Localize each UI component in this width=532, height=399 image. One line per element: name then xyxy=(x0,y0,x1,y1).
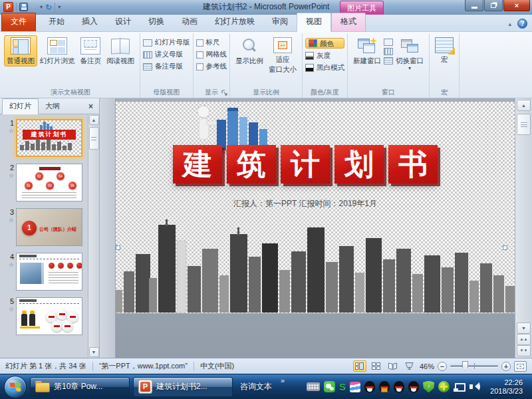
black-white-button[interactable]: 黑白模式 xyxy=(305,63,344,72)
macros-button[interactable]: 宏 xyxy=(432,35,456,65)
restore-button[interactable] xyxy=(484,0,503,11)
tab-outline[interactable]: 大纲 xyxy=(39,99,66,114)
notes-master-button[interactable]: 备注母版 xyxy=(143,62,190,71)
sogou-icon[interactable]: S xyxy=(339,381,346,392)
redo-icon[interactable]: ↻ xyxy=(45,3,52,11)
normal-view-button[interactable]: 普通视图 xyxy=(4,35,37,66)
show-dialog-launcher-icon[interactable] xyxy=(221,90,228,96)
selection-handle-left[interactable] xyxy=(116,245,120,250)
scrollbar-thumb[interactable] xyxy=(517,114,531,135)
slide-sorter-button[interactable]: 幻灯片浏览 xyxy=(37,35,78,66)
antivirus-ball-icon[interactable] xyxy=(438,381,450,392)
thumbnails-scrollbar[interactable]: ▲ ▼ xyxy=(88,114,99,358)
scroll-down-icon[interactable]: ▼ xyxy=(89,347,99,357)
speaker-icon[interactable] xyxy=(469,382,480,392)
wechat-icon[interactable] xyxy=(324,381,335,392)
qq-icon[interactable] xyxy=(408,381,419,392)
qat-customize-icon[interactable]: ▾ xyxy=(58,4,61,10)
zoom-in-button[interactable]: + xyxy=(501,362,511,371)
cascade-windows-icon[interactable] xyxy=(384,39,393,46)
new-window-button[interactable]: 新建窗口 xyxy=(350,35,384,66)
slideshow-view-button[interactable] xyxy=(403,360,416,372)
taskbar-item-powerpoint[interactable]: P 建筑计划书2... xyxy=(133,377,233,397)
slide-thumbnail-4[interactable]: 4 ☆ xyxy=(0,253,86,291)
taskbar-item-folder[interactable]: 第10章 Pow... xyxy=(30,377,130,397)
guides-checkbox-row[interactable]: 参考线 xyxy=(196,62,227,71)
switch-windows-button[interactable]: 切换窗口 ▾ xyxy=(393,35,426,72)
qq-icon[interactable] xyxy=(364,381,375,392)
ruler-checkbox-row[interactable]: 标尺 xyxy=(196,38,227,47)
tab-review[interactable]: 审阅 xyxy=(263,13,297,31)
help-icon[interactable]: ? xyxy=(517,19,527,29)
slide-master-button[interactable]: 幻灯片母版 xyxy=(143,38,190,47)
slide-thumbnail-1[interactable]: 1 ☆ 建筑计划书 xyxy=(0,119,86,157)
slide-thumbnail-2[interactable]: 2 ☆ 01 02 03 04 06 xyxy=(0,164,86,201)
tab-animations[interactable]: 动画 xyxy=(173,13,206,31)
scroll-up-icon[interactable]: ▲ xyxy=(89,115,99,125)
zoom-level[interactable]: 46% xyxy=(420,362,434,370)
slide-subtitle[interactable]: 汇报人：第一PPT 汇报时间：2019年1月 xyxy=(173,198,438,209)
tab-slideshow[interactable]: 幻灯片放映 xyxy=(206,13,263,31)
color-button[interactable]: 颜色 xyxy=(305,38,344,49)
input-keyboard-icon[interactable] xyxy=(307,382,320,391)
gridlines-checkbox-row[interactable]: 网格线 xyxy=(196,50,227,59)
city-skyline-image[interactable] xyxy=(116,219,515,358)
pane-splitter[interactable] xyxy=(100,98,116,358)
tab-view[interactable]: 视图 xyxy=(297,13,331,32)
language-status[interactable]: 中文(中国) xyxy=(200,361,234,371)
taskbar-item-text[interactable]: 咨询文本 xyxy=(236,381,276,392)
tab-transitions[interactable]: 切换 xyxy=(140,13,173,31)
arrange-all-icon[interactable] xyxy=(384,48,393,55)
notes-page-button[interactable]: 备注页 xyxy=(78,35,104,66)
save-icon[interactable] xyxy=(19,3,28,11)
scroll-down-icon[interactable]: ▼ xyxy=(517,323,531,334)
close-button[interactable]: × xyxy=(503,0,530,11)
tab-home[interactable]: 开始 xyxy=(40,13,73,31)
slide-thumbnail-3[interactable]: 3 ☆ 1 公司（团队）介绍 xyxy=(0,208,86,246)
start-button[interactable] xyxy=(4,376,27,398)
previous-slide-button[interactable]: ▲▲ xyxy=(517,334,531,345)
slide-title[interactable]: 建 筑 计 划 书 xyxy=(173,145,438,184)
undo-dropdown-icon[interactable]: ▾ xyxy=(40,4,43,10)
tab-design[interactable]: 设计 xyxy=(106,13,140,31)
zoom-slider[interactable] xyxy=(450,365,498,367)
reading-view-button[interactable]: 阅读视图 xyxy=(104,35,137,66)
move-split-icon[interactable] xyxy=(384,57,393,65)
taskbar-clock[interactable]: 22:26 2018/3/23 xyxy=(483,378,528,396)
tab-slides[interactable]: 幻灯片 xyxy=(2,98,39,114)
grayscale-button[interactable]: 灰度 xyxy=(305,51,344,61)
tray-overflow-chevron-icon[interactable]: » xyxy=(281,376,285,384)
slide-thumbnail-5[interactable]: 5 ☆ xyxy=(0,297,86,335)
zoom-out-button[interactable]: − xyxy=(438,362,447,371)
qq-briefcase-icon[interactable] xyxy=(379,381,390,392)
editor-scrollbar[interactable]: ▲ ▼ ▲▲ ▼▼ xyxy=(515,98,532,358)
close-pane-icon[interactable]: × xyxy=(84,100,97,114)
tab-file[interactable]: 文件 xyxy=(1,13,36,31)
slide-sorter-view-button[interactable] xyxy=(370,360,383,372)
scrollbar-thumb[interactable] xyxy=(89,127,99,150)
scroll-up-icon[interactable]: ▲ xyxy=(517,100,531,111)
tab-format[interactable]: 格式 xyxy=(331,13,366,31)
next-slide-button[interactable]: ▼▼ xyxy=(517,345,531,356)
gridlines-checkbox[interactable] xyxy=(196,51,203,59)
selection-handle-right[interactable] xyxy=(503,245,507,250)
ruler-checkbox[interactable] xyxy=(196,39,203,47)
network-icon[interactable] xyxy=(454,382,466,392)
zoom-slider-thumb[interactable] xyxy=(462,361,468,371)
fit-slide-to-window-button[interactable] xyxy=(514,361,527,372)
qq-icon[interactable] xyxy=(394,381,404,392)
security-shield-icon[interactable] xyxy=(423,381,434,393)
minimize-button[interactable] xyxy=(465,0,483,11)
guides-checkbox[interactable] xyxy=(196,63,203,70)
undo-icon[interactable]: ↶ xyxy=(31,3,37,11)
tab-insert[interactable]: 插入 xyxy=(73,13,106,31)
fit-to-window-button[interactable]: 适应 窗口大小 xyxy=(266,35,299,75)
powerpoint-app-icon[interactable]: P xyxy=(3,2,13,12)
rainbow-app-icon[interactable] xyxy=(350,382,360,392)
slide-editor[interactable]: 建 筑 计 划 书 汇报人：第一PPT 汇报时间：2019年1月 xyxy=(116,98,515,358)
reading-view-button[interactable] xyxy=(386,360,400,372)
handout-master-button[interactable]: 讲义母版 xyxy=(143,50,190,59)
zoom-button[interactable]: 显示比例 xyxy=(233,35,266,66)
normal-view-button[interactable] xyxy=(353,360,366,372)
minimize-ribbon-icon[interactable]: ▴ xyxy=(508,21,511,27)
